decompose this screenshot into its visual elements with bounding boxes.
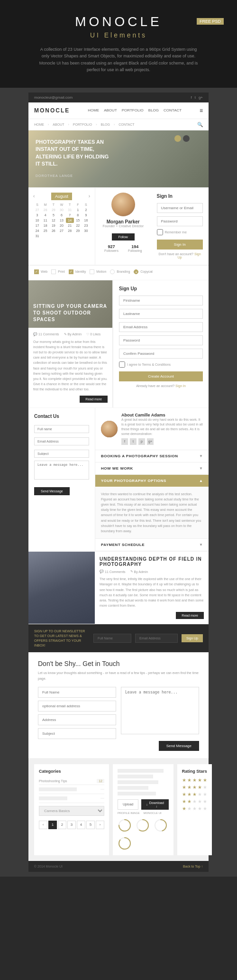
star-2-3[interactable]: ★ <box>192 799 197 804</box>
star-2-2[interactable]: ★ <box>187 799 191 804</box>
firstname-input[interactable] <box>119 296 203 305</box>
remember-checkbox[interactable] <box>157 229 163 235</box>
star-4-5[interactable]: ★ <box>203 785 207 790</box>
cal-next[interactable]: › <box>89 194 90 199</box>
nav-contact[interactable]: CONTACT <box>164 108 182 112</box>
checkbox-motion[interactable] <box>90 269 94 274</box>
page-5[interactable]: 5 <box>86 821 95 829</box>
username-input[interactable] <box>157 203 203 213</box>
checkbox-web[interactable]: ✓ <box>34 269 39 274</box>
checkbox-identity[interactable]: ✓ <box>69 269 73 274</box>
star-4-4[interactable]: ★ <box>198 785 202 790</box>
cp-subject-input[interactable] <box>38 728 116 739</box>
nav-home[interactable]: HOME <box>88 108 99 112</box>
upload-button[interactable]: Upload <box>118 799 138 810</box>
nav-portfolio[interactable]: PORTFOLIO <box>122 108 144 112</box>
star-5-2[interactable]: ★ <box>187 777 191 783</box>
star-1-2[interactable]: ★ <box>187 806 191 811</box>
page-next[interactable]: › <box>96 821 104 829</box>
accordion-header-payment[interactable]: PAYMENT SCHEDULE ▼ <box>95 539 209 551</box>
contact-subject[interactable] <box>34 450 89 458</box>
sec-home[interactable]: HOME <box>34 123 44 126</box>
download-button[interactable]: ↓ Download ↓ <box>141 799 169 810</box>
about-pinterest-icon[interactable]: p <box>138 438 145 445</box>
follow-button[interactable]: Follow <box>112 233 135 240</box>
sec-contact[interactable]: CONTACT <box>118 123 134 126</box>
accordion-header-how[interactable]: HOW WE WORK ▼ <box>95 462 209 474</box>
star-2-5[interactable]: ★ <box>203 799 207 804</box>
facebook-icon[interactable]: f <box>191 95 191 100</box>
accordion-header-booking[interactable]: BOOKING A PHOTOGRAPHY SESSION ▼ <box>95 450 209 462</box>
contact-message[interactable] <box>34 461 89 480</box>
cal-prev[interactable]: ‹ <box>33 194 35 199</box>
star-4-3[interactable]: ★ <box>192 785 197 790</box>
page-3[interactable]: 3 <box>67 821 76 829</box>
sec-portfolio[interactable]: PORTFOLIO <box>73 123 92 126</box>
email-input[interactable] <box>119 322 203 332</box>
newsletter-signup-button[interactable]: Sign Up <box>182 634 203 642</box>
googleplus-icon[interactable]: g+ <box>199 95 203 100</box>
page-2[interactable]: 2 <box>58 821 66 829</box>
star-1-5[interactable]: ★ <box>203 806 207 811</box>
about-googleplus-icon[interactable]: g+ <box>147 438 154 445</box>
checkbox-print[interactable] <box>51 269 56 274</box>
star-5-3[interactable]: ★ <box>192 777 197 783</box>
cp-address-input[interactable] <box>38 714 116 725</box>
cp-send-button[interactable]: Send Message <box>159 741 199 751</box>
signin-button[interactable]: Sign In <box>157 240 203 250</box>
send-message-button[interactable]: Send Message <box>34 487 70 495</box>
password-input[interactable] <box>157 216 203 226</box>
star-3-4[interactable]: ★ <box>198 792 202 797</box>
star-2-1[interactable]: ★ <box>182 799 186 804</box>
star-4-1[interactable]: ★ <box>182 785 186 790</box>
star-1-1[interactable]: ★ <box>182 806 186 811</box>
radio-copycat[interactable]: ● <box>134 269 138 274</box>
lastname-input[interactable] <box>119 309 203 319</box>
star-1-4[interactable]: ★ <box>198 806 202 811</box>
contact-fullname[interactable] <box>34 425 89 433</box>
cp-email-input[interactable] <box>38 701 116 712</box>
about-twitter-icon[interactable]: t <box>130 438 137 445</box>
star-3-5[interactable]: ★ <box>203 792 207 797</box>
read-more-button[interactable]: Read more <box>80 396 108 403</box>
footer-link[interactable]: Back to Top ↑ <box>183 865 203 868</box>
cp-name-input[interactable] <box>38 687 116 698</box>
categories-dropdown[interactable]: Camera Basics Photography Tips Outdoor S… <box>39 806 104 816</box>
star-4-2[interactable]: ★ <box>187 785 191 790</box>
accordion-header-options[interactable]: YOUR PHOTOGRAPHY OPTIONS ▲ <box>95 475 209 487</box>
nav-logo[interactable]: MONOCLE <box>34 107 70 114</box>
star-5-4[interactable]: ★ <box>198 777 202 783</box>
radio-branding[interactable] <box>110 269 115 274</box>
create-account-button[interactable]: Create Account <box>119 371 203 381</box>
star-1-3[interactable]: ★ <box>192 806 197 811</box>
sec-about[interactable]: ABOUT <box>53 123 64 126</box>
star-5-5[interactable]: ★ <box>203 777 207 783</box>
star-2-4[interactable]: ★ <box>198 799 202 804</box>
twitter-icon[interactable]: t <box>195 95 196 100</box>
nav-blog[interactable]: BLOG <box>148 108 159 112</box>
circle-dark <box>183 135 190 142</box>
contact-email[interactable] <box>34 437 89 445</box>
page-4[interactable]: 4 <box>77 821 85 829</box>
page-prev[interactable]: ‹ <box>39 821 47 829</box>
star-5-1[interactable]: ★ <box>182 777 186 783</box>
main-nav: MONOCLE HOME ABOUT PORTFOLIO BLOG CONTAC… <box>28 102 209 119</box>
hamburger-icon[interactable]: ≡ <box>200 107 203 114</box>
newsletter-name-input[interactable] <box>93 634 131 643</box>
signup-password-input[interactable] <box>119 335 203 345</box>
page-1[interactable]: 1 <box>48 821 57 829</box>
sec-blog[interactable]: BLOG <box>100 123 109 126</box>
confirm-password-input[interactable] <box>119 349 203 359</box>
search-icon[interactable]: 🔍 <box>197 122 203 127</box>
star-3-2[interactable]: ★ <box>187 792 191 797</box>
nav-about[interactable]: ABOUT <box>104 108 117 112</box>
contact-form-section: Contact Us Send Message <box>28 408 95 551</box>
cp-message-textarea[interactable] <box>121 687 199 734</box>
signin-link[interactable]: Sign In <box>175 384 186 388</box>
blog2-read-more[interactable]: Read more <box>176 612 204 619</box>
newsletter-email-input[interactable] <box>135 634 178 643</box>
terms-checkbox[interactable] <box>119 361 125 368</box>
star-3-3[interactable]: ★ <box>192 792 197 797</box>
star-3-1[interactable]: ★ <box>182 792 186 797</box>
about-facebook-icon[interactable]: f <box>121 438 128 445</box>
